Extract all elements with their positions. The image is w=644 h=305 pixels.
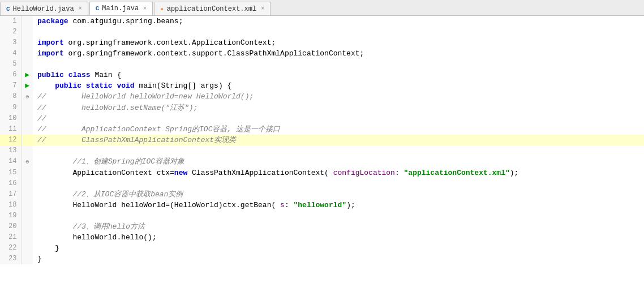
tab-applicationcontextxml[interactable]: ✦applicationContext.xml× bbox=[154, 2, 271, 15]
tab-close-applicationcontextxml[interactable]: × bbox=[261, 6, 264, 12]
line-number-20: 20 bbox=[0, 221, 22, 232]
tab-label-mainjava: Main.java bbox=[102, 5, 139, 12]
code-line-13: 13 bbox=[0, 145, 644, 156]
run-arrow-icon[interactable]: ▶ bbox=[25, 81, 29, 90]
code-content-13 bbox=[33, 145, 644, 156]
code-line-15: 15 ApplicationContext ctx=new ClassPathX… bbox=[0, 167, 644, 178]
run-arrow-icon[interactable]: ▶ bbox=[25, 71, 29, 79]
line-number-10: 10 bbox=[0, 113, 22, 124]
token: Main { bbox=[91, 71, 122, 79]
code-content-17: //2、从IOC容器中获取bean实例 bbox=[33, 189, 644, 200]
line-gutter-19 bbox=[22, 211, 33, 221]
line-gutter-7[interactable]: ▶ bbox=[22, 80, 33, 91]
code-line-5: 5 bbox=[0, 59, 644, 70]
code-content-16 bbox=[33, 178, 644, 189]
tab-close-helloworldjava[interactable]: × bbox=[79, 6, 82, 12]
line-gutter-2 bbox=[22, 27, 33, 37]
tab-close-mainjava[interactable]: × bbox=[143, 6, 147, 12]
code-content-11: // ApplicationContext Spring的IOC容器, 这是一个… bbox=[33, 124, 644, 135]
code-content-6: public class Main { bbox=[33, 70, 644, 80]
line-number-6: 6 bbox=[0, 70, 22, 80]
code-line-8: 8⊖// HelloWorld helloWorld=new HelloWorl… bbox=[0, 91, 644, 102]
line-gutter-21 bbox=[22, 232, 33, 243]
code-line-14: 14⊖ //1、创建Spring的IOC容器对象 bbox=[0, 156, 644, 167]
tab-label-helloworldjava: HelloWorld.java bbox=[13, 5, 74, 13]
line-gutter-9 bbox=[22, 102, 33, 113]
token bbox=[37, 81, 55, 90]
token: ); bbox=[346, 201, 355, 209]
line-gutter-23 bbox=[22, 254, 33, 264]
token: } bbox=[37, 255, 42, 263]
code-line-22: 22 } bbox=[0, 243, 644, 254]
line-gutter-10 bbox=[22, 113, 33, 124]
token: import bbox=[37, 49, 64, 58]
line-gutter-18 bbox=[22, 200, 33, 211]
line-number-7: 7 bbox=[0, 80, 22, 91]
line-gutter-3 bbox=[22, 37, 33, 48]
line-gutter-20 bbox=[22, 221, 33, 232]
line-number-12: 12 bbox=[0, 135, 22, 145]
line-number-13: 13 bbox=[0, 145, 22, 156]
code-line-12: 12// ClassPathXmlApplicationContext实现类 bbox=[0, 135, 644, 145]
code-line-6: 6▶public class Main { bbox=[0, 70, 644, 80]
tab-label-applicationcontextxml: applicationContext.xml bbox=[167, 5, 256, 13]
token bbox=[81, 81, 86, 90]
code-content-5 bbox=[33, 59, 644, 70]
line-number-17: 17 bbox=[0, 189, 22, 200]
token: //1、创建Spring的IOC容器对象 bbox=[37, 157, 184, 166]
token: // ClassPathXmlApplicationContext实现类 bbox=[37, 136, 236, 144]
token: : bbox=[395, 169, 404, 177]
token: //2、从IOC容器中获取bean实例 bbox=[37, 190, 183, 199]
code-content-22: } bbox=[33, 243, 644, 254]
code-content-19 bbox=[33, 211, 644, 221]
line-gutter-11 bbox=[22, 124, 33, 135]
tab-bar: CHelloWorld.java×CMain.java×✦application… bbox=[0, 0, 644, 16]
code-line-3: 3import org.springframework.context.Appl… bbox=[0, 37, 644, 48]
code-content-8: // HelloWorld helloWorld=new HelloWorld(… bbox=[33, 91, 644, 102]
line-number-21: 21 bbox=[0, 232, 22, 243]
line-number-8: 8 bbox=[0, 91, 22, 102]
code-content-4: import org.springframework.context.suppo… bbox=[33, 48, 644, 59]
code-line-20: 20 //3、调用hello方法 bbox=[0, 221, 644, 232]
line-number-16: 16 bbox=[0, 178, 22, 189]
code-content-21: helloWorld.hello(); bbox=[33, 232, 644, 243]
fold-marker-icon[interactable]: ⊖ bbox=[25, 159, 29, 165]
line-number-19: 19 bbox=[0, 211, 22, 221]
line-gutter-14[interactable]: ⊖ bbox=[22, 156, 33, 167]
code-content-15: ApplicationContext ctx=new ClassPathXmlA… bbox=[33, 167, 644, 178]
code-content-1: package com.atguigu.spring.beans; bbox=[33, 16, 644, 27]
token: //3、调用hello方法 bbox=[37, 222, 145, 231]
line-number-14: 14 bbox=[0, 156, 22, 167]
line-gutter-17 bbox=[22, 189, 33, 200]
tab-helloworldjava[interactable]: CHelloWorld.java× bbox=[0, 2, 88, 15]
token: org.springframework.context.support.Clas… bbox=[64, 49, 364, 58]
code-content-10: // bbox=[33, 113, 644, 124]
token: configLocation bbox=[333, 169, 395, 177]
token: main(String[] args) { bbox=[135, 81, 232, 90]
line-number-2: 2 bbox=[0, 27, 22, 37]
line-number-23: 23 bbox=[0, 254, 22, 264]
tab-icon-helloworldjava: C bbox=[6, 6, 10, 12]
tab-mainjava[interactable]: CMain.java× bbox=[89, 2, 153, 15]
token: public bbox=[37, 71, 64, 79]
code-content-2 bbox=[33, 27, 644, 37]
line-gutter-8[interactable]: ⊖ bbox=[22, 91, 33, 102]
code-line-1: 1package com.atguigu.spring.beans; bbox=[0, 16, 644, 27]
code-line-17: 17 //2、从IOC容器中获取bean实例 bbox=[0, 189, 644, 200]
token: org.springframework.context.ApplicationC… bbox=[64, 38, 276, 47]
code-content-12: // ClassPathXmlApplicationContext实现类 bbox=[33, 135, 644, 145]
token: new bbox=[174, 169, 187, 177]
token: public bbox=[55, 81, 81, 90]
code-line-19: 19 bbox=[0, 211, 644, 221]
fold-marker-icon[interactable]: ⊖ bbox=[25, 94, 29, 100]
token: package bbox=[37, 17, 68, 25]
token: ClassPathXmlApplicationContext( bbox=[187, 169, 333, 177]
line-gutter-6[interactable]: ▶ bbox=[22, 70, 33, 80]
line-gutter-15 bbox=[22, 167, 33, 178]
token: "applicationContext.xml" bbox=[404, 169, 510, 177]
line-number-9: 9 bbox=[0, 102, 22, 113]
code-content-23: } bbox=[33, 254, 644, 264]
token: static bbox=[86, 81, 113, 90]
token: // HelloWorld helloWorld=new HelloWorld(… bbox=[37, 92, 254, 101]
token: // bbox=[37, 114, 46, 123]
